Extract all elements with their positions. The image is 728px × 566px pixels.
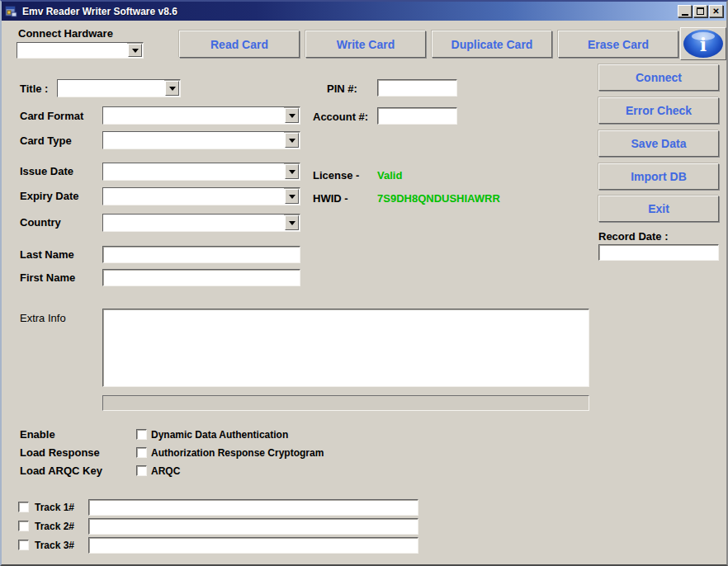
erase-card-button[interactable]: Erase Card [558, 31, 678, 58]
track3-checkbox[interactable] [18, 540, 29, 550]
issue-date-select[interactable] [102, 163, 300, 181]
first-name-input[interactable] [102, 269, 300, 286]
issue-date-value [103, 163, 284, 180]
minimize-button[interactable] [678, 5, 692, 17]
extra-info-label: Extra Info [20, 312, 66, 324]
title-bar: Emv Reader Writer Software v8.6 ✕ [2, 2, 726, 21]
card-format-label: Card Format [20, 110, 83, 122]
license-status-value: Valid [377, 169, 402, 182]
record-date-label: Record Date : [598, 230, 669, 243]
track1-label: Track 1# [35, 502, 74, 513]
card-format-select[interactable] [102, 106, 300, 125]
account-label: Account #: [313, 111, 368, 123]
maximize-icon [697, 7, 704, 15]
country-label: Country [20, 216, 61, 229]
card-format-value [103, 107, 284, 124]
arqc-checkbox[interactable] [136, 465, 147, 476]
app-window: Emv Reader Writer Software v8.6 ✕ Connec… [0, 0, 728, 566]
track1-checkbox[interactable] [18, 502, 29, 512]
first-name-label: First Name [20, 271, 75, 284]
dropdown-arrow-icon[interactable] [285, 108, 299, 123]
expiry-date-select[interactable] [102, 187, 300, 205]
app-icon [5, 5, 18, 18]
extra-info-textarea[interactable] [102, 309, 589, 387]
connect-hardware-value [17, 43, 127, 58]
authorization-response-cryptogram-checkbox[interactable] [136, 447, 147, 458]
info-icon: i [683, 30, 723, 58]
pin-label: PIN #: [327, 83, 357, 95]
track3-input[interactable] [88, 537, 418, 554]
last-name-input[interactable] [102, 246, 300, 263]
pin-input[interactable] [377, 79, 457, 97]
maximize-button[interactable] [693, 5, 707, 17]
dropdown-arrow-icon[interactable] [285, 133, 299, 148]
dropdown-arrow-icon[interactable] [165, 81, 179, 96]
record-date-input[interactable] [598, 244, 719, 261]
close-icon: ✕ [712, 7, 719, 16]
dropdown-arrow-icon[interactable] [128, 44, 142, 57]
hwid-label: HWID - [313, 192, 348, 205]
dynamic-data-authentication-label: Dynamic Data Authentication [151, 429, 288, 441]
write-card-button[interactable]: Write Card [305, 31, 426, 58]
import-db-button[interactable]: Import DB [598, 163, 719, 190]
dropdown-arrow-icon[interactable] [285, 215, 299, 230]
error-check-button[interactable]: Error Check [598, 97, 719, 124]
authorization-response-cryptogram-label: Authorization Response Cryptogram [151, 447, 324, 459]
title-label: Title : [20, 83, 48, 95]
read-card-button[interactable]: Read Card [179, 31, 300, 58]
expiry-date-value [103, 188, 284, 205]
card-type-select[interactable] [102, 131, 300, 149]
minimize-icon [682, 14, 688, 16]
track2-input[interactable] [88, 518, 418, 535]
load-response-caption: Load Response [20, 446, 100, 459]
duplicate-card-button[interactable]: Duplicate Card [432, 31, 552, 58]
exit-button[interactable]: Exit [598, 196, 719, 222]
info-button[interactable]: i [680, 27, 726, 60]
country-value [103, 215, 284, 231]
expiry-date-label: Expiry Date [20, 190, 79, 202]
track3-label: Track 3# [35, 540, 74, 551]
last-name-label: Last Name [20, 248, 74, 261]
account-input[interactable] [377, 107, 457, 125]
connect-button[interactable]: Connect [598, 64, 719, 91]
track1-input[interactable] [88, 499, 418, 516]
dropdown-arrow-icon[interactable] [285, 189, 299, 204]
close-button[interactable]: ✕ [709, 5, 723, 17]
progress-bar [102, 395, 589, 411]
issue-date-label: Issue Date [20, 165, 73, 177]
license-label: License - [313, 169, 359, 182]
connect-hardware-label: Connect Hardware [18, 27, 113, 40]
card-type-value [103, 132, 284, 149]
title-select[interactable] [57, 79, 181, 97]
connect-hardware-select[interactable] [17, 42, 144, 59]
hwid-value: 7S9DH8QNDUSHIAWRR [377, 192, 500, 205]
dynamic-data-authentication-checkbox[interactable] [136, 429, 147, 440]
track2-checkbox[interactable] [18, 521, 29, 531]
dropdown-arrow-icon[interactable] [285, 164, 299, 179]
load-arqc-key-caption: Load ARQC Key [20, 465, 102, 477]
card-type-label: Card Type [20, 134, 72, 147]
title-value [58, 80, 164, 97]
track2-label: Track 2# [35, 521, 74, 532]
window-title: Emv Reader Writer Software v8.6 [22, 6, 177, 17]
save-data-button[interactable]: Save Data [598, 130, 719, 157]
arqc-label: ARQC [151, 465, 180, 477]
country-select[interactable] [102, 214, 300, 232]
enable-caption: Enable [20, 428, 55, 441]
